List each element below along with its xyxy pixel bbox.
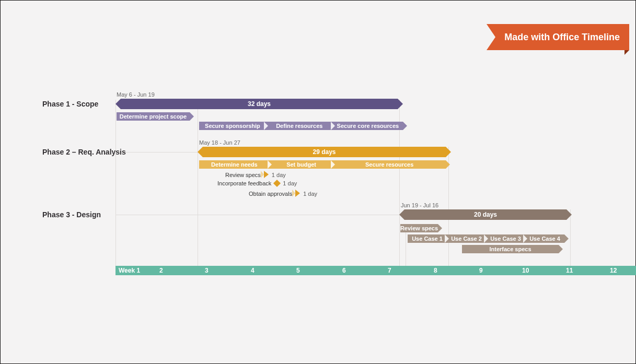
task-label: Define resources bbox=[276, 123, 322, 129]
arrow-right-icon bbox=[446, 160, 450, 169]
phase-1-daterange: May 6 - Jun 19 bbox=[117, 91, 155, 98]
task-bar: Use Case 1 bbox=[408, 234, 447, 243]
week-label: 9 bbox=[479, 266, 483, 275]
phase-2-daterange: May 18 - Jun 27 bbox=[199, 139, 240, 146]
week-label: 2 bbox=[159, 266, 163, 275]
task-bar: Determine needs bbox=[199, 160, 270, 169]
task-segments: Use Case 1 Use Case 2 Use Case 3 Use Cas… bbox=[408, 234, 564, 243]
task-segments: Determine needs Set budget Secure resour… bbox=[199, 160, 446, 169]
arrow-right-icon bbox=[559, 245, 563, 253]
phase-1-bar: 32 days bbox=[121, 99, 398, 109]
week-label: 5 bbox=[296, 266, 300, 275]
week-label: 4 bbox=[251, 266, 255, 275]
arrow-left-icon bbox=[198, 147, 203, 157]
week-label: 7 bbox=[388, 266, 391, 275]
task-bar: Interface specs bbox=[462, 245, 559, 253]
week-label: 11 bbox=[566, 266, 573, 275]
task-label: Review specs bbox=[400, 225, 438, 231]
task-segments: Secure sponsorship Define resources Secu… bbox=[199, 122, 403, 130]
task-bar: Secure sponsorship bbox=[199, 122, 266, 130]
task-bar: Define resources bbox=[266, 122, 333, 130]
chevron-icon bbox=[264, 171, 269, 178]
arrow-right-icon bbox=[190, 112, 194, 121]
arrow-right-icon bbox=[566, 209, 572, 220]
phase-3-duration: 20 days bbox=[474, 211, 497, 218]
arrow-right-icon bbox=[446, 147, 451, 157]
task-label: Use Case 3 bbox=[490, 236, 521, 242]
made-with-ribbon: Made with Office Timeline bbox=[487, 24, 629, 50]
task-bar: Use Case 2 bbox=[447, 234, 486, 243]
ribbon-label: Made with Office Timeline bbox=[504, 32, 620, 43]
arrow-right-icon bbox=[403, 122, 407, 130]
milestone-label: Obtain approvals bbox=[249, 191, 292, 197]
phase-3-daterange: Jun 19 - Jul 16 bbox=[401, 202, 438, 208]
task-label: Set budget bbox=[286, 161, 316, 168]
phase-2-label: Phase 2 – Req. Analysis bbox=[42, 148, 126, 156]
milestone-duration: 1 day bbox=[283, 180, 297, 186]
task-bar: Set budget bbox=[270, 160, 333, 169]
task-label: Use Case 4 bbox=[529, 236, 560, 242]
milestone-duration: 1 day bbox=[303, 191, 317, 197]
task-bar: Review specs bbox=[400, 224, 438, 232]
guide-line bbox=[115, 100, 116, 266]
phase-2-duration: 29 days bbox=[313, 148, 336, 156]
task-bar: Use Case 3 bbox=[486, 234, 525, 243]
task-label: Determine project scope bbox=[120, 113, 187, 120]
arrow-right-icon bbox=[564, 234, 569, 243]
milestone: Review specs 1 day bbox=[225, 171, 286, 179]
arrow-right-icon bbox=[398, 99, 403, 109]
task-label: Use Case 1 bbox=[412, 236, 443, 242]
milestone-duration: 1 day bbox=[272, 172, 286, 178]
milestone: Obtain approvals 1 day bbox=[249, 190, 317, 198]
guide-line bbox=[198, 100, 198, 266]
chevron-icon bbox=[295, 190, 300, 197]
week-label: Week 1 bbox=[119, 266, 140, 275]
phase-3-label: Phase 3 - Design bbox=[42, 210, 126, 219]
milestone: Incorporate feedback 1 day bbox=[217, 180, 297, 186]
task-label: Secure sponsorship bbox=[205, 123, 260, 129]
week-label: 6 bbox=[342, 266, 346, 275]
task-bar: Secure resources bbox=[333, 160, 446, 169]
diamond-icon bbox=[273, 180, 281, 187]
phase-1-label: Phase 1 - Scope bbox=[42, 100, 126, 108]
task-bar: Use Case 4 bbox=[525, 234, 564, 243]
phase-1-duration: 32 days bbox=[248, 100, 271, 108]
week-label: 3 bbox=[205, 266, 209, 275]
task-label: Interface specs bbox=[489, 246, 531, 252]
milestone-label: Incorporate feedback bbox=[217, 180, 271, 186]
week-label: 10 bbox=[522, 266, 529, 275]
week-axis: Week 1 2 3 4 5 6 7 8 9 10 11 12 bbox=[115, 266, 636, 275]
task-bar: Secure core resources bbox=[333, 122, 403, 130]
task-label: Use Case 2 bbox=[451, 236, 482, 242]
week-label: 12 bbox=[610, 266, 617, 275]
milestone-label: Review specs bbox=[225, 172, 261, 178]
phase-2-bar: 29 days bbox=[203, 147, 446, 157]
week-label: 8 bbox=[434, 266, 437, 275]
task-label: Secure core resources bbox=[337, 123, 399, 129]
arrow-left-icon bbox=[115, 99, 121, 109]
phase-3-bar: 20 days bbox=[404, 209, 566, 220]
arrow-right-icon bbox=[438, 224, 442, 232]
task-label: Secure resources bbox=[365, 161, 413, 168]
task-bar: Determine project scope bbox=[117, 112, 190, 121]
task-label: Determine needs bbox=[211, 161, 258, 168]
arrow-left-icon bbox=[399, 209, 404, 220]
slide: Made with Office Timeline Phase 1 - Scop… bbox=[0, 0, 636, 364]
